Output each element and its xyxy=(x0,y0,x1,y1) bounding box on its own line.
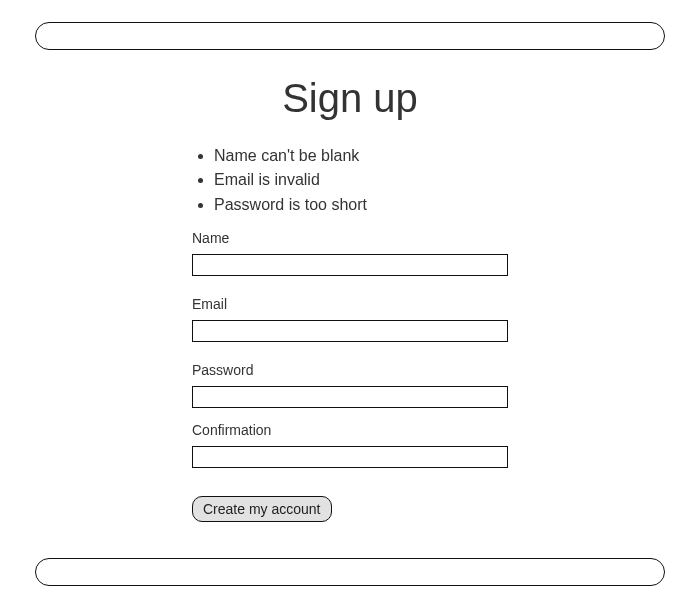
error-item: Password is too short xyxy=(214,194,512,216)
name-field-group: Name xyxy=(192,230,512,276)
signup-form: Name Email Password Confirmation Create … xyxy=(192,230,512,522)
top-pill-outline xyxy=(35,22,665,50)
password-input[interactable] xyxy=(192,386,508,408)
name-input[interactable] xyxy=(192,254,508,276)
email-field-group: Email xyxy=(192,296,512,342)
page-title: Sign up xyxy=(0,76,700,121)
error-list: Name can't be blank Email is invalid Pas… xyxy=(192,145,512,218)
error-item: Name can't be blank xyxy=(214,145,512,167)
name-label: Name xyxy=(192,230,512,246)
password-label: Password xyxy=(192,362,512,378)
confirmation-field-group: Confirmation xyxy=(192,422,512,468)
bottom-pill-outline xyxy=(35,558,665,586)
email-label: Email xyxy=(192,296,512,312)
email-input[interactable] xyxy=(192,320,508,342)
error-item: Email is invalid xyxy=(214,169,512,191)
password-field-group: Password xyxy=(192,362,512,408)
create-account-button[interactable]: Create my account xyxy=(192,496,332,522)
confirmation-input[interactable] xyxy=(192,446,508,468)
confirmation-label: Confirmation xyxy=(192,422,512,438)
